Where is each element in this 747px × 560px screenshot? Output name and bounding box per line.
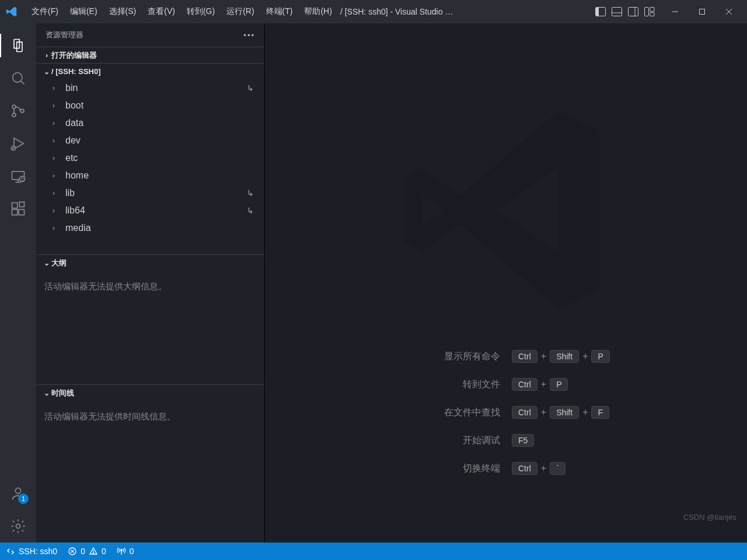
shortcut-keys: Ctrl+` — [512, 462, 640, 475]
chevron-right-icon: › — [53, 189, 62, 197]
welcome-shortcuts: 显示所有命令Ctrl+Shift+P转到文件Ctrl+P在文件中查找Ctrl+S… — [265, 350, 747, 475]
section-workspace[interactable]: ⌄ / [SSH: SSH0] — [36, 63, 264, 79]
folder-data[interactable]: ›data — [36, 114, 264, 132]
activity-remote-explorer-icon[interactable] — [4, 162, 32, 190]
chevron-right-icon: › — [42, 51, 51, 60]
svg-point-36 — [93, 552, 93, 553]
svg-point-17 — [12, 113, 16, 117]
activity-run-debug-icon[interactable] — [4, 130, 32, 158]
watermark-text: CSDN @tianjes — [683, 513, 736, 522]
menu-file[interactable]: 文件(F) — [26, 4, 64, 19]
kbd-key: Ctrl — [512, 462, 537, 475]
shortcut-label: 切换终端 — [372, 463, 500, 475]
sidebar-title: 资源管理器 ••• — [36, 23, 264, 47]
customize-layout-icon[interactable] — [643, 5, 656, 18]
symlink-icon: ↳ — [247, 188, 254, 198]
menu-view[interactable]: 查看(V) — [142, 4, 181, 19]
activity-accounts-icon[interactable]: 1 — [4, 480, 32, 508]
activity-search-icon[interactable] — [4, 64, 32, 92]
shortcut-row: 显示所有命令Ctrl+Shift+P — [265, 350, 747, 363]
chevron-right-icon: › — [53, 102, 62, 110]
svg-line-15 — [21, 81, 25, 85]
svg-rect-28 — [19, 209, 24, 215]
folder-media[interactable]: ›media — [36, 219, 264, 237]
svg-rect-5 — [629, 8, 638, 16]
titlebar: 文件(F) 编辑(E) 选择(S) 查看(V) 转到(G) 运行(R) 终端(T… — [0, 0, 747, 23]
chevron-right-icon: › — [53, 206, 62, 215]
radio-tower-icon — [117, 547, 126, 556]
folder-bin[interactable]: ›bin↳ — [36, 79, 264, 97]
chevron-right-icon: › — [53, 84, 62, 92]
status-ports[interactable]: 0 — [117, 547, 134, 556]
chevron-down-icon: ⌄ — [42, 389, 51, 397]
shortcut-label: 转到文件 — [372, 379, 500, 391]
status-problems[interactable]: 0 0 — [68, 547, 106, 556]
activity-bar: 1 — [0, 23, 36, 542]
svg-rect-27 — [12, 209, 18, 215]
menu-help[interactable]: 帮助(H) — [298, 4, 337, 19]
shortcut-keys: Ctrl+Shift+P — [512, 350, 640, 363]
activity-explorer-icon[interactable] — [4, 32, 32, 60]
kbd-key: Shift — [550, 406, 579, 419]
svg-rect-9 — [650, 13, 654, 16]
section-open-editors[interactable]: › 打开的编辑器 — [36, 47, 264, 63]
kbd-key: Ctrl — [512, 406, 537, 419]
toggle-primary-sidebar-icon[interactable] — [594, 5, 607, 18]
svg-point-16 — [12, 105, 16, 108]
activity-settings-gear-icon[interactable] — [4, 512, 32, 540]
shortcut-row: 转到文件Ctrl+P — [265, 378, 747, 391]
toggle-panel-icon[interactable] — [610, 5, 623, 18]
warning-icon — [89, 547, 98, 556]
timeline-empty-msg: 活动编辑器无法提供时间线信息。 — [36, 401, 264, 433]
folder-lib64[interactable]: ›lib64↳ — [36, 202, 264, 219]
section-timeline[interactable]: ⌄ 时间线 — [36, 384, 264, 401]
shortcut-label: 显示所有命令 — [372, 351, 500, 363]
accounts-badge: 1 — [18, 494, 29, 504]
activity-source-control-icon[interactable] — [4, 97, 32, 125]
chevron-down-icon: ⌄ — [42, 259, 51, 267]
shortcut-label: 开始调试 — [372, 435, 500, 447]
status-remote[interactable]: SSH: ssh0 — [6, 547, 57, 556]
activity-extensions-icon[interactable] — [4, 195, 32, 223]
toggle-secondary-sidebar-icon[interactable] — [627, 5, 640, 18]
status-bar: SSH: ssh0 0 0 0 — [0, 542, 747, 560]
folder-dev[interactable]: ›dev — [36, 132, 264, 149]
remote-icon — [6, 547, 15, 555]
editor-area: 显示所有命令Ctrl+Shift+P转到文件Ctrl+P在文件中查找Ctrl+S… — [265, 23, 747, 542]
kbd-key: P — [550, 378, 568, 391]
folder-etc[interactable]: ›etc — [36, 149, 264, 167]
kbd-key: Ctrl — [512, 378, 537, 391]
chevron-down-icon: ⌄ — [42, 68, 51, 76]
svg-point-37 — [120, 550, 122, 551]
folder-lib[interactable]: ›lib↳ — [36, 184, 264, 202]
window-minimize-button[interactable] — [662, 0, 689, 23]
svg-rect-7 — [645, 8, 649, 16]
menu-go[interactable]: 转到(G) — [181, 4, 221, 19]
sidebar-more-icon[interactable]: ••• — [243, 31, 255, 40]
menu-terminal[interactable]: 终端(T) — [260, 4, 299, 19]
svg-point-25 — [19, 176, 25, 181]
shortcut-label: 在文件中查找 — [372, 407, 500, 419]
shortcut-row: 开始调试F5 — [265, 434, 747, 447]
svg-point-30 — [15, 488, 20, 494]
menu-run[interactable]: 运行(R) — [221, 4, 260, 19]
svg-rect-11 — [700, 9, 705, 15]
chevron-right-icon: › — [53, 136, 62, 145]
explorer-sidebar: 资源管理器 ••• › 打开的编辑器 ⌄ / [SSH: SSH0] ›bin↳… — [36, 23, 265, 542]
svg-point-31 — [16, 524, 20, 528]
window-close-button[interactable] — [715, 0, 742, 23]
kbd-key: Ctrl — [512, 350, 537, 363]
window-maximize-button[interactable] — [689, 0, 715, 23]
kbd-key: Shift — [550, 350, 579, 363]
folder-home[interactable]: ›home — [36, 167, 264, 184]
folder-boot[interactable]: ›boot — [36, 97, 264, 114]
vscode-logo-icon — [5, 5, 19, 19]
chevron-right-icon: › — [53, 172, 62, 180]
menu-selection[interactable]: 选择(S) — [103, 4, 142, 19]
vscode-watermark-icon — [389, 93, 623, 327]
chevron-right-icon: › — [53, 224, 62, 232]
svg-rect-8 — [650, 8, 654, 12]
section-outline[interactable]: ⌄ 大纲 — [36, 254, 264, 271]
menu-edit[interactable]: 编辑(E) — [64, 4, 103, 19]
shortcut-row: 在文件中查找Ctrl+Shift+F — [265, 406, 747, 419]
